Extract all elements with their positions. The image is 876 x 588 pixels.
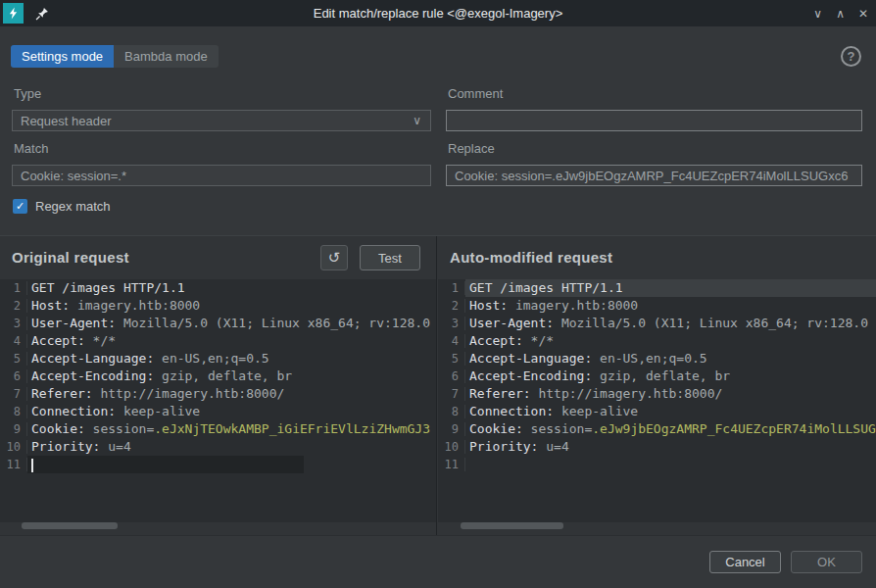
request-line[interactable]: 4Accept: */* [0,332,436,350]
text-caret [31,459,33,472]
code-segment: */* [85,333,116,348]
code-text: Accept: */* [465,332,876,350]
line-number: 10 [438,440,465,454]
code-segment: keep-alive [554,404,638,418]
code-segment: Accept-Language: [31,351,154,366]
request-line[interactable]: 2Host: imagery.htb:8000 [0,297,436,315]
code-segment: GET /images HTTP/1.1 [469,280,623,295]
horizontal-scrollbar-thumb[interactable] [461,522,563,529]
help-icon[interactable]: ? [841,46,861,67]
code-text: Accept-Language: en-US,en;q=0.5 [465,350,876,368]
request-line[interactable]: 5Accept-Language: en-US,en;q=0.5 [0,350,436,368]
code-segment: gzip, deflate, br [592,368,730,383]
code-segment: en-US,en;q=0.5 [592,351,706,366]
maximize-window-icon[interactable]: ∧ [836,8,845,20]
line-number: 11 [438,458,465,471]
code-text: Accept: */* [27,332,436,350]
match-input[interactable] [12,165,431,186]
type-label: Type [14,86,41,101]
ok-button[interactable]: OK [791,551,862,573]
close-window-icon[interactable]: ✕ [858,8,868,20]
line-number: 2 [438,299,465,313]
request-line[interactable]: 9Cookie: session=.eJxNjTEOwkAMBP_iGiEFri… [0,420,436,438]
code-segment: imagery.htb:8000 [508,298,638,313]
regex-match-checkbox[interactable]: ✓ [13,199,27,214]
request-line[interactable]: 7Referer: http://imagery.htb:8000/ [438,385,876,403]
horizontal-scrollbar-thumb[interactable] [22,522,118,529]
request-line[interactable]: 11 [0,456,436,473]
type-select-value: Request header [21,114,112,128]
code-text: Connection: keep-alive [27,403,436,420]
code-segment: imagery.htb:8000 [70,298,200,313]
request-line[interactable]: 4Accept: */* [438,332,876,350]
request-line[interactable]: 11 [438,456,876,473]
request-line[interactable]: 10Priority: u=4 [0,438,436,456]
code-text [27,456,436,473]
code-segment: Mozilla/5.0 (X11; Linux x86_64; rv:128.0 [116,316,430,330]
shade-window-icon[interactable]: ∨ [813,8,822,20]
original-request-editor[interactable]: 1GET /images HTTP/1.12Host: imagery.htb:… [0,279,436,522]
cancel-button[interactable]: Cancel [709,551,781,573]
dialog-footer: Cancel OK [0,535,876,588]
original-request-title: Original request [12,249,129,266]
line-number: 1 [0,281,27,295]
request-line[interactable]: 7Referer: http://imagery.htb:8000/ [0,385,436,403]
line-number: 1 [438,281,465,295]
code-segment: User-Agent: [469,316,554,330]
code-segment: Cookie: [31,421,85,436]
request-line[interactable]: 10Priority: u=4 [438,438,876,456]
comment-input[interactable] [446,110,862,131]
request-line[interactable]: 9Cookie: session=.eJw9jbEOgzAMRP_Fc4UEZc… [438,420,876,438]
line-number: 8 [0,405,27,418]
line-number: 4 [0,334,27,348]
request-line[interactable]: 3User-Agent: Mozilla/5.0 (X11; Linux x86… [438,315,876,332]
tab-bambda-mode[interactable]: Bambda mode [114,45,219,68]
titlebar: Edit match/replace rule <@exegol-Imagery… [0,0,876,26]
line-number: 8 [438,405,465,418]
code-text: GET /images HTTP/1.1 [27,279,436,297]
regex-match-row: ✓ Regex match [13,199,111,214]
code-text [465,456,876,473]
code-segment: Host: [469,298,508,313]
code-segment: Referer: [31,386,93,401]
type-select[interactable]: Request header ∨ [12,110,431,131]
test-button[interactable]: Test [360,245,420,270]
code-segment: session= [85,421,154,436]
code-segment: Referer: [469,386,531,401]
code-text: Referer: http://imagery.htb:8000/ [27,385,436,403]
request-line[interactable]: 5Accept-Language: en-US,en;q=0.5 [438,350,876,368]
refresh-icon: ↺ [328,249,341,267]
line-number: 11 [0,458,27,471]
code-segment: Accept-Language: [469,351,592,366]
line-number: 4 [438,334,465,348]
modified-request-editor[interactable]: 1GET /images HTTP/1.12Host: imagery.htb:… [438,279,876,522]
request-line[interactable]: 6Accept-Encoding: gzip, deflate, br [438,368,876,385]
code-segment: u=4 [538,439,568,454]
code-text: GET /images HTTP/1.1 [465,279,876,297]
request-line[interactable]: 6Accept-Encoding: gzip, deflate, br [0,368,436,385]
tab-settings-mode[interactable]: Settings mode [11,45,114,68]
request-line[interactable]: 1GET /images HTTP/1.1 [0,279,436,297]
line-number: 3 [438,317,465,330]
request-line[interactable]: 1GET /images HTTP/1.1 [438,279,876,297]
line-number: 7 [438,387,465,401]
code-text: Cookie: session=.eJw9jbEOgzAMRP_Fc4UEZcp… [465,420,876,438]
code-segment: GET /images HTTP/1.1 [31,280,185,295]
request-line[interactable]: 2Host: imagery.htb:8000 [438,297,876,315]
line-number: 7 [0,387,27,401]
line-number: 2 [0,299,27,313]
modified-request-panel: Auto-modified request 1GET /images HTTP/… [438,236,876,536]
match-label: Match [14,141,48,156]
code-segment: User-Agent: [31,316,116,330]
request-line[interactable]: 8Connection: keep-alive [438,403,876,420]
code-segment: keep-alive [116,404,200,418]
code-segment: */* [523,333,554,348]
code-text: Host: imagery.htb:8000 [465,297,876,315]
code-segment: Mozilla/5.0 (X11; Linux x86_64; rv:128.0 [554,316,868,330]
request-line[interactable]: 3User-Agent: Mozilla/5.0 (X11; Linux x86… [0,315,436,332]
request-line[interactable]: 8Connection: keep-alive [0,403,436,420]
line-number: 5 [0,352,27,366]
code-text: Referer: http://imagery.htb:8000/ [465,385,876,403]
refresh-button[interactable]: ↺ [320,245,348,270]
replace-input[interactable] [446,165,862,186]
